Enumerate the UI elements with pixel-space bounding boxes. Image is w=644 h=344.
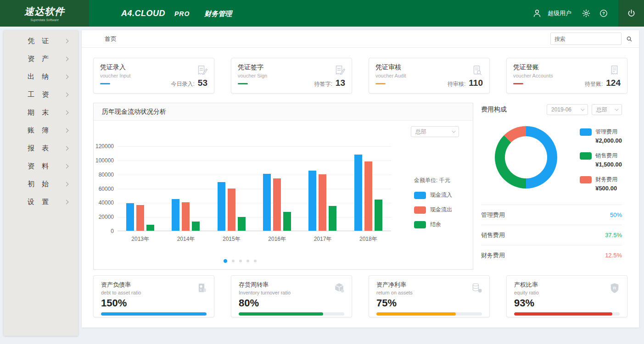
cube-icon [333,282,346,296]
x-axis-labels: 2013年2014年2015年2016年2017年2018年 [118,231,391,243]
bar-group [209,182,254,231]
progress-fill [239,312,323,316]
y-axis: 020000400006000080000100000120000 [94,146,117,231]
username[interactable]: 超级用户 [548,9,571,17]
bar-group [346,155,391,231]
legend-item[interactable]: 现金流出 [414,206,462,214]
legend-items: 现金流入现金流出结余 [414,191,462,228]
expense-row: 销售费用37.5% [481,225,622,245]
ratio-subtitle: Inventory turnover ratio [239,290,344,295]
inventory-turnover-card[interactable]: 存货周转率 Inventory turnover ratio 80% [231,275,352,317]
sidebar-item[interactable]: 出 纳 [4,68,78,86]
sidebar-item[interactable]: 期 末 [4,104,78,122]
help-icon[interactable]: ? [599,9,608,18]
expense-row-label: 销售费用 [481,231,505,239]
search-icon[interactable] [626,35,633,43]
legend-label: 现金流出 [430,206,452,214]
y-axis-tick: 20000 [99,214,114,220]
branch-select[interactable]: 总部 [411,126,459,137]
voucher-sign-card[interactable]: 凭证签字 voucher Sign 待签字: 13 [231,58,352,94]
carousel-dot[interactable] [239,260,242,262]
sidebar-item[interactable]: 凭 证 [4,32,78,50]
carousel-dot[interactable] [246,260,249,262]
voucher-audit-icon [470,64,484,79]
expense-panel: 费用构成 2019-06 总部 管理费用¥2,000.00 [477,103,627,270]
expense-branch-select[interactable]: 总部 [592,104,622,115]
chevron-right-icon [64,39,69,44]
bar [182,202,190,231]
x-axis-label: 2014年 [163,231,208,243]
chevron-right-icon [64,57,69,61]
sidebar-item[interactable]: 设 置 [4,193,78,211]
product-title: A4.CLOUD PRO 财务管理 [121,9,232,18]
logo-subtitle: Superdata Software [30,18,59,22]
progress-track [239,312,344,316]
return-on-assets-card[interactable]: 资产净利率 return on assets 75% ¥ [369,275,490,317]
stat-label: 今日录入: [171,80,195,88]
donut-legend-item[interactable]: 管理费用¥2,000.00 [580,128,622,144]
legend-item[interactable]: 结余 [414,221,462,228]
sidebar-item[interactable]: 工 资 [4,86,78,104]
accent-dash [513,83,523,84]
voucher-accounts-card[interactable]: 凭证登账 voucher Accounts 待登账: 124 [506,58,627,94]
unit-note: 金额单位: 千元 [414,177,462,184]
donut-legend-item[interactable]: 财务费用¥500.00 [580,176,622,192]
sidebar-item[interactable]: 资 产 [4,50,78,68]
dashboard-content: 凭证录入 voucher Input 今日录入: 53 凭证签字 voucher… [82,58,639,317]
stat-value: 13 [336,78,345,88]
expense-row: 财务费用12.5% [481,245,622,265]
expense-row: 管理费用50% [481,205,622,225]
svg-text:¥: ¥ [479,289,481,292]
sidebar-item[interactable]: 初 始 [4,175,78,193]
legend-label: 财务费用 [595,176,617,183]
sidebar-item[interactable]: 账 簿 [4,122,78,139]
y-axis-tick: 40000 [99,200,114,206]
donut-legend: 管理费用¥2,000.00销售费用¥1,500.00财务费用¥500.00 [580,128,622,200]
carousel-dot[interactable] [232,260,235,262]
legend-item[interactable]: 现金流入 [414,191,462,199]
donut-legend-item[interactable]: 销售费用¥1,500.00 [580,152,622,168]
accent-dash [238,83,248,84]
user-icon[interactable] [532,8,542,18]
legend-swatch [580,128,592,136]
breadcrumb-home[interactable]: 首页 [105,35,117,43]
ratio-percent: 80% [239,297,344,309]
equity-ratio-card[interactable]: 产权比率 equity ratio 93% R [506,275,627,317]
expense-row-label: 财务费用 [481,251,505,260]
power-button[interactable] [618,0,644,27]
bar-chart-legend: 金额单位: 千元 现金流入现金流出结余 [414,177,462,228]
carousel-dot[interactable] [254,260,257,262]
ratio-title: 存货周转率 [239,281,344,289]
y-axis-tick: 0 [111,228,114,234]
shield-icon: R [608,282,621,296]
bar [308,171,316,231]
month-select[interactable]: 2019-06 [547,104,588,115]
bar [146,225,154,231]
legend-label: 现金流入 [430,191,452,199]
sidebar-item[interactable]: 报 表 [4,139,78,157]
cash-flow-title: 历年现金流动状况分析 [94,103,473,121]
search-input[interactable] [554,36,626,42]
ratio-subtitle: equity ratio [514,290,620,295]
chevron-right-icon [64,200,69,205]
x-axis-label: 2017年 [300,231,345,243]
voucher-input-card[interactable]: 凭证录入 voucher Input 今日录入: 53 [93,58,214,94]
gear-icon[interactable] [582,9,591,18]
voucher-audit-card[interactable]: 凭证审核 voucher Audit 待审核: 110 [369,58,490,94]
sidebar-item-label: 初 始 [28,180,49,189]
branch-select-value: 总部 [596,106,607,114]
bar-group [300,171,345,231]
app-logo: 速达软件 Superdata Software [0,0,89,27]
sidebar-item-label: 资 产 [28,55,49,63]
expense-row-label: 管理费用 [481,211,505,219]
bar [375,200,382,231]
product-name: A4.CLOUD [121,9,165,18]
carousel-dot[interactable] [224,259,227,263]
chevron-right-icon [64,75,69,79]
debt-to-asset-card[interactable]: 资产负债率 debt to asset ratio 150% [93,275,214,317]
progress-fill [514,312,612,316]
stat-label: 待登账: [585,80,603,88]
expense-header: 费用构成 2019-06 总部 [481,104,622,115]
voucher-stat-row: 凭证录入 voucher Input 今日录入: 53 凭证签字 voucher… [93,58,627,94]
sidebar-item[interactable]: 资 料 [4,157,78,175]
